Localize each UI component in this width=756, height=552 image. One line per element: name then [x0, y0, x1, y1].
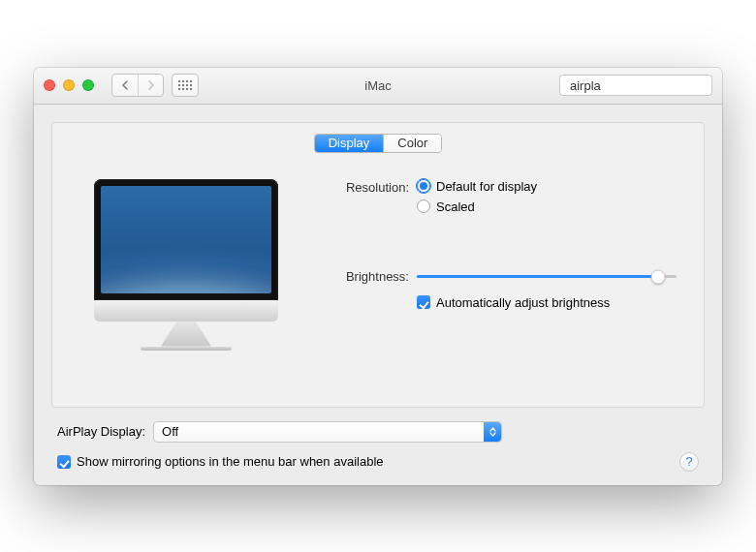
checkbox-auto-brightness[interactable]	[417, 295, 430, 309]
panel-body: Resolution: Default for display Scaled B…	[52, 154, 704, 351]
slider-track[interactable]	[417, 275, 677, 278]
radio-scaled[interactable]	[417, 199, 430, 213]
display-settings: Resolution: Default for display Scaled B…	[322, 173, 677, 351]
resolution-scaled-label: Scaled	[436, 199, 475, 214]
tab-color[interactable]: Color	[383, 135, 441, 152]
svg-rect-6	[186, 84, 188, 86]
zoom-button[interactable]	[82, 79, 94, 91]
titlebar: iMac	[34, 68, 722, 105]
radio-default-for-display[interactable]	[417, 179, 430, 193]
mirroring-label: Show mirroring options in the menu bar w…	[77, 454, 384, 469]
imac-chin-icon	[94, 300, 278, 322]
window-controls	[44, 79, 94, 91]
select-stepper-icon	[484, 422, 501, 442]
brightness-slider[interactable]	[417, 268, 677, 286]
resolution-default-option[interactable]: Default for display	[417, 179, 677, 194]
airplay-select[interactable]: Off	[153, 421, 502, 443]
svg-rect-7	[190, 84, 192, 86]
svg-rect-8	[178, 88, 180, 90]
resolution-label: Resolution:	[322, 179, 409, 195]
help-icon: ?	[685, 454, 692, 469]
tab-bar: Display Color	[52, 122, 704, 153]
back-button[interactable]	[112, 75, 138, 96]
show-all-button[interactable]	[172, 74, 199, 97]
grid-icon	[178, 80, 192, 90]
imac-stand-icon	[161, 322, 211, 347]
resolution-scaled-option[interactable]: Scaled	[417, 199, 677, 214]
imac-screen-icon	[94, 179, 278, 300]
svg-rect-1	[182, 80, 184, 82]
airplay-label: AirPlay Display:	[57, 424, 145, 439]
svg-rect-5	[182, 84, 184, 86]
forward-button[interactable]	[138, 75, 163, 96]
svg-rect-3	[190, 80, 192, 82]
help-button[interactable]: ?	[679, 452, 699, 472]
brightness-controls: Automatically adjust brightness	[417, 268, 677, 310]
resolution-options: Default for display Scaled	[417, 179, 677, 214]
svg-rect-11	[190, 88, 192, 90]
mirroring-row: Show mirroring options in the menu bar w…	[57, 452, 699, 472]
svg-rect-0	[178, 80, 180, 82]
imac-foot-icon	[141, 347, 232, 351]
toolbar-nav	[111, 74, 199, 97]
auto-brightness-label: Automatically adjust brightness	[436, 295, 610, 310]
display-panel: Display Color Resolution:	[51, 122, 705, 408]
brightness-label: Brightness:	[322, 268, 409, 284]
bottom-controls: AirPlay Display: Off Show mirroring opti…	[51, 408, 705, 472]
checkbox-mirroring[interactable]	[57, 455, 71, 469]
slider-fill	[417, 275, 658, 278]
airplay-value: Off	[162, 424, 178, 439]
resolution-default-label: Default for display	[436, 179, 537, 194]
auto-brightness-option[interactable]: Automatically adjust brightness	[417, 295, 677, 310]
minimize-button[interactable]	[63, 79, 75, 91]
display-illustration	[79, 173, 293, 351]
search-input[interactable]	[570, 78, 722, 93]
tab-display[interactable]: Display	[315, 135, 384, 152]
airplay-row: AirPlay Display: Off	[57, 421, 699, 443]
system-preferences-window: iMac Display Color	[34, 68, 722, 485]
svg-rect-9	[182, 88, 184, 90]
slider-knob[interactable]	[651, 269, 666, 284]
svg-rect-10	[186, 88, 188, 90]
mirroring-option[interactable]: Show mirroring options in the menu bar w…	[57, 454, 384, 469]
chevron-left-icon	[121, 80, 129, 90]
nav-back-forward	[111, 74, 164, 97]
search-field[interactable]	[559, 75, 712, 96]
content-area: Display Color Resolution:	[34, 105, 722, 485]
svg-rect-4	[178, 84, 180, 86]
chevron-right-icon	[147, 80, 155, 90]
svg-rect-2	[186, 80, 188, 82]
close-button[interactable]	[44, 79, 55, 91]
